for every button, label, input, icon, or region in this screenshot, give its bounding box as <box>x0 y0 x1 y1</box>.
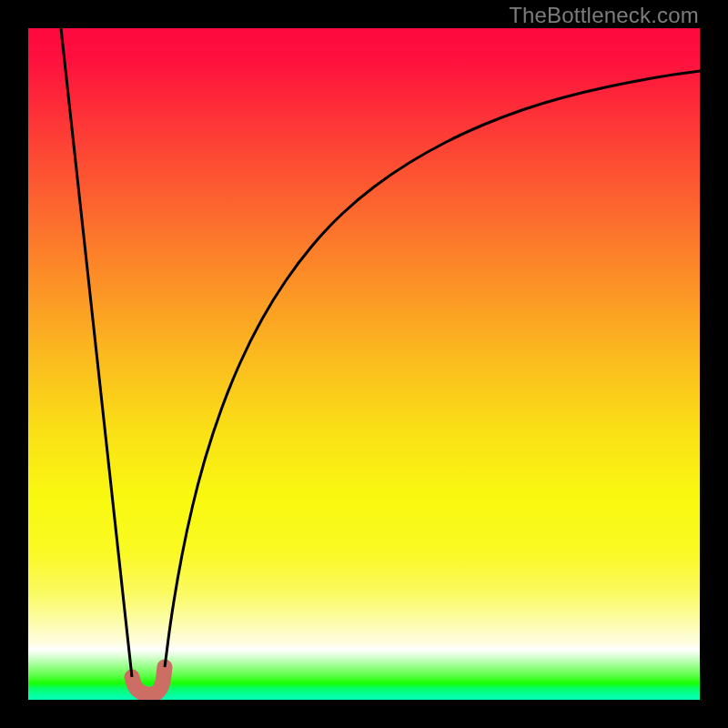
v-right-curve <box>165 71 700 667</box>
v-left-line <box>61 28 132 677</box>
curves-layer <box>28 28 700 700</box>
chart-frame: TheBottleneck.com <box>0 0 728 728</box>
watermark-text: TheBottleneck.com <box>509 3 699 28</box>
plot-area <box>28 28 700 700</box>
j-hook-highlight <box>132 667 165 694</box>
